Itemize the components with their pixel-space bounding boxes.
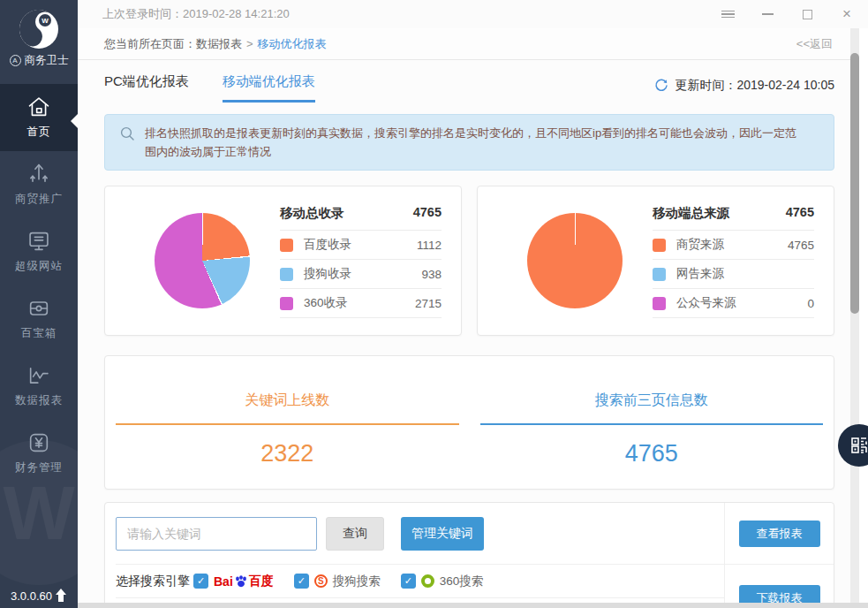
scrollbar-thumb[interactable] [850, 53, 859, 314]
sidebar-item-label: 首页 [27, 125, 51, 138]
maximize-icon[interactable] [800, 7, 814, 21]
checkbox-icon: ✓ [193, 574, 208, 589]
main-area: 上次登录时间：2019-02-28 14:21:20 × 您当前所在页面：数据报… [78, 0, 868, 608]
scrollbar-margin [859, 28, 868, 608]
tab-mobile-report[interactable]: 移动端优化报表 [223, 73, 315, 103]
toolbox-icon [0, 296, 78, 324]
breadcrumb-current-link[interactable]: 移动优化报表 [258, 36, 327, 52]
monitor-icon [0, 229, 78, 257]
stat-title: 关键词上线数 [116, 391, 459, 410]
tab-pc-report[interactable]: PC端优化报表 [104, 73, 189, 103]
upgrade-arrow-icon[interactable] [55, 589, 67, 603]
manage-keywords-button[interactable]: 管理关键词 [401, 517, 484, 551]
checkbox-icon: ✓ [294, 574, 309, 589]
legend-swatch [653, 239, 666, 252]
qr-code-icon [849, 436, 868, 455]
legend-label: 公众号来源 [676, 295, 736, 311]
stat-keywords-online: 关键词上线数 2322 [105, 391, 470, 489]
stat-value: 4765 [480, 440, 824, 467]
legend-swatch [653, 268, 666, 281]
legend-value: 1112 [417, 239, 442, 252]
notice-text: 排名快照抓取的是报表更新时刻的真实数据，搜索引擎的排名是实时变化的，且不同地区i… [145, 124, 807, 161]
baidu-paw-icon [234, 574, 248, 589]
legend-row: 360收录 2715 [280, 289, 442, 318]
stat-divider [480, 423, 824, 425]
sidebar-item-label: 超级网站 [15, 260, 63, 272]
checkbox-icon: ✓ [401, 574, 416, 589]
stat-top3-pages: 搜索前三页信息数 4765 [470, 391, 834, 489]
promotion-icon [0, 162, 78, 190]
legend-row: 商贸来源 4765 [653, 231, 814, 260]
legend-swatch [280, 268, 293, 281]
sidebar-item-finance[interactable]: 财务管理 [0, 420, 78, 487]
qr-code-float-button[interactable] [838, 424, 868, 467]
sidebar: W A 商务卫士 首页 [0, 0, 78, 608]
sogou-logo-icon: S [314, 574, 328, 588]
vertical-scrollbar[interactable] [850, 28, 859, 608]
legend-row: 网告来源 [653, 260, 814, 289]
legend-label: 360收录 [304, 295, 348, 311]
notice-banner: 排名快照抓取的是报表更新时刻的真实数据，搜索引擎的排名是实时变化的，且不同地区i… [104, 114, 834, 171]
sidebar-item-toolbox[interactable]: 百宝箱 [0, 285, 78, 353]
svg-text:W: W [42, 17, 49, 25]
legend-label: 百度收录 [304, 237, 351, 253]
last-login-text: 上次登录时间：2019-02-28 14:21:20 [102, 6, 721, 22]
legend-label: 商贸来源 [676, 237, 724, 253]
view-report-button[interactable]: 查看报表 [739, 521, 820, 547]
brand-name: 商务卫士 [25, 53, 69, 68]
refresh-icon[interactable] [654, 79, 668, 93]
finance-icon [0, 430, 78, 459]
version-label: 3.0.0.60 [11, 589, 52, 603]
stat-title: 搜索前三页信息数 [480, 391, 824, 410]
sidebar-item-promotion[interactable]: 商贸推广 [0, 151, 78, 218]
legend-value: 938 [421, 268, 442, 281]
pie-chart-mobile-source [527, 213, 623, 308]
stat-value: 2322 [116, 440, 459, 467]
sidebar-item-home[interactable]: 首页 [0, 84, 78, 151]
close-icon[interactable]: × [840, 7, 854, 21]
pie-chart-mobile-index [155, 213, 250, 308]
chart-icon [0, 363, 78, 391]
engine-sogou-checkbox[interactable]: ✓ S 搜狗搜索 [294, 574, 381, 589]
bottom-scroll-track [78, 603, 868, 608]
legend-swatch [280, 297, 293, 310]
legend-value: 0 [807, 297, 814, 310]
sidebar-item-label: 数据报表 [15, 394, 63, 407]
query-button[interactable]: 查询 [326, 517, 384, 551]
engine-row-label: 选择搜索引擎 [116, 574, 193, 589]
minimize-icon[interactable] [760, 7, 774, 21]
brand-logo-icon: W [19, 9, 59, 49]
legend-total: 4765 [413, 205, 442, 222]
sidebar-nav: 首页 商贸推广 超级网站 [0, 84, 78, 487]
sidebar-item-label: 财务管理 [15, 461, 63, 474]
legend-row: 百度收录 1112 [280, 231, 442, 260]
sidebar-item-label: 商贸推广 [15, 193, 63, 205]
engine-360-checkbox[interactable]: ✓ 360搜索 [401, 574, 484, 589]
home-icon [0, 95, 78, 123]
menu-icon[interactable] [721, 7, 735, 21]
brand-block: W A 商务卫士 [0, 0, 78, 73]
legend-label: 网告来源 [676, 266, 724, 282]
titlebar: 上次登录时间：2019-02-28 14:21:20 × [78, 0, 868, 28]
keyword-search-input[interactable] [116, 517, 317, 551]
legend-label: 搜狗收录 [304, 266, 351, 282]
sidebar-item-website[interactable]: 超级网站 [0, 218, 78, 285]
legend-total: 4765 [786, 205, 814, 222]
breadcrumb-prefix: 您当前所在页面： [104, 36, 196, 52]
app-window: W A 商务卫士 首页 [0, 0, 868, 608]
stat-divider [116, 423, 459, 425]
search-icon [119, 125, 135, 141]
legend-row: 公众号来源 0 [653, 289, 814, 318]
brand-badge-icon: A [10, 55, 21, 66]
legend-title: 移动端总来源 [653, 205, 729, 222]
sidebar-item-reports[interactable]: 数据报表 [0, 353, 78, 420]
pie-card-mobile-index: 移动总收录 4765 百度收录 1112 搜狗收录 938 [104, 186, 462, 336]
legend-swatch [653, 297, 666, 310]
legend-row: 搜狗收录 938 [280, 260, 442, 289]
engine-baidu-checkbox[interactable]: ✓ Bai 百度 [193, 574, 274, 589]
back-link[interactable]: <<返回 [796, 36, 833, 52]
360-logo-icon [421, 574, 434, 588]
stats-card: 关键词上线数 2322 搜索前三页信息数 4765 [104, 355, 834, 490]
tabs-row: PC端优化报表 移动端优化报表 更新时间：2019-02-24 10:05 [104, 60, 834, 103]
breadcrumb-separator: > [246, 37, 253, 50]
